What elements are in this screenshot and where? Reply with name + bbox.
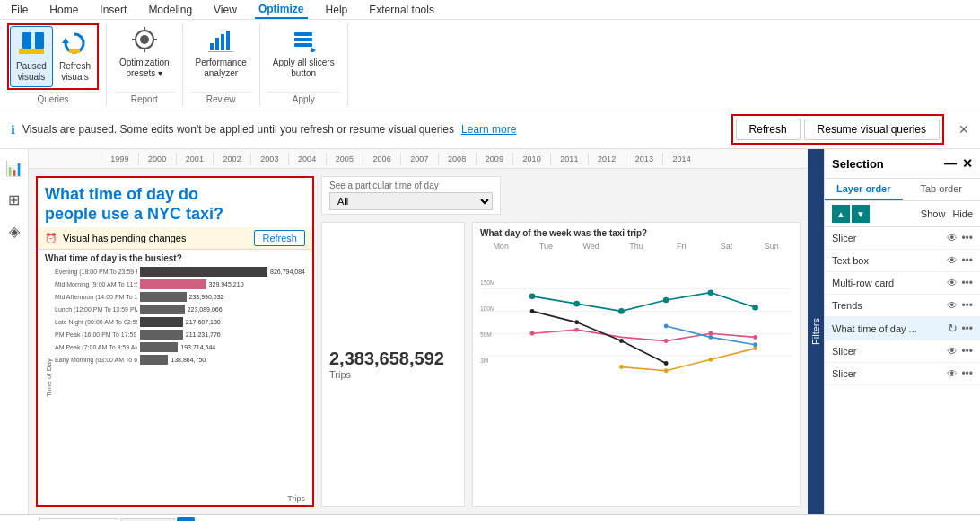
selection-item-6: Slicer 👁 ••• bbox=[825, 363, 980, 385]
svg-point-6 bbox=[140, 35, 149, 44]
selection-close-icon[interactable]: ✕ bbox=[962, 156, 973, 171]
menu-view[interactable]: View bbox=[210, 2, 241, 18]
bottom-tabs-bar: ◀ ▶ Time of Day Page 1 + bbox=[0, 514, 980, 521]
sel-item-4-refresh-icon[interactable]: ↻ bbox=[948, 322, 958, 335]
menu-external-tools[interactable]: External tools bbox=[365, 2, 438, 18]
timeline-2002: 2002 bbox=[213, 153, 250, 165]
timeline-2010: 2010 bbox=[512, 153, 550, 165]
notification-close-button[interactable]: ✕ bbox=[958, 122, 969, 137]
sel-item-3-eye-icon[interactable]: 👁 bbox=[947, 299, 958, 312]
timeline-2007: 2007 bbox=[400, 153, 438, 165]
svg-point-44 bbox=[664, 368, 669, 373]
svg-rect-17 bbox=[294, 38, 312, 41]
svg-text:100M: 100M bbox=[480, 305, 495, 312]
day-chart-title: What day of the week was the taxi trip? bbox=[480, 228, 792, 238]
timeline-2009: 2009 bbox=[476, 153, 513, 165]
slicer-select[interactable]: All bbox=[329, 192, 493, 210]
sidebar-table-icon[interactable]: ⊞ bbox=[4, 188, 23, 212]
sel-item-0-label: Slicer bbox=[832, 233, 943, 243]
svg-marker-19 bbox=[311, 47, 316, 52]
svg-point-41 bbox=[619, 339, 624, 343]
selection-item-0: Slicer 👁 ••• bbox=[825, 227, 980, 250]
bar-row: PM Peak (16:00 PM To 17:59 PM)211,231,77… bbox=[55, 330, 305, 340]
menu-insert[interactable]: Insert bbox=[96, 2, 130, 18]
bar-chart: Evening (18:00 PM To 23:59 PM)826,794,08… bbox=[55, 267, 305, 489]
sel-item-1-more-icon[interactable]: ••• bbox=[961, 254, 973, 267]
menu-optimize[interactable]: Optimize bbox=[255, 1, 308, 19]
main-visual-card: What time of day do people use a NYC tax… bbox=[36, 176, 314, 507]
sel-item-1-label: Text box bbox=[832, 255, 943, 266]
menu-modeling[interactable]: Modeling bbox=[144, 2, 196, 18]
notification-bar: ℹ Visuals are paused. Some edits won't b… bbox=[0, 110, 980, 149]
sel-item-0-more-icon[interactable]: ••• bbox=[961, 232, 973, 244]
bar-value: 217,687,130 bbox=[186, 319, 221, 325]
sel-item-2-label: Multi-row card bbox=[832, 278, 943, 288]
notification-refresh-button[interactable]: Refresh bbox=[736, 119, 801, 140]
timeline-2013: 2013 bbox=[626, 153, 663, 165]
sel-item-0-eye-icon[interactable]: 👁 bbox=[947, 232, 958, 244]
sel-item-6-eye-icon[interactable]: 👁 bbox=[947, 367, 958, 380]
hide-all-button[interactable]: Hide bbox=[952, 208, 973, 219]
pause-icon bbox=[19, 31, 44, 59]
arrow-down-button[interactable]: ▼ bbox=[852, 205, 870, 223]
performance-analyzer-button[interactable]: Performanceanalyzer bbox=[190, 23, 252, 83]
sel-item-6-more-icon[interactable]: ••• bbox=[961, 367, 973, 380]
notification-resume-button[interactable]: Resume visual queries bbox=[804, 119, 940, 140]
pending-refresh-button[interactable]: Refresh bbox=[254, 230, 305, 246]
paused-visuals-label: Pausedvisuals bbox=[16, 61, 47, 83]
sel-item-2-eye-icon[interactable]: 👁 bbox=[947, 277, 958, 289]
show-hide-controls: Show Hide bbox=[921, 208, 973, 219]
info-icon: ℹ bbox=[11, 123, 15, 137]
pending-changes-bar: ⏰ Visual has pending changes Refresh bbox=[38, 227, 312, 250]
optimization-presets-button[interactable]: Optimizationpresets ▾ bbox=[114, 23, 175, 83]
sidebar-model-icon[interactable]: ◈ bbox=[5, 219, 23, 243]
menu-help[interactable]: Help bbox=[322, 2, 352, 18]
svg-text:3M: 3M bbox=[480, 358, 488, 364]
svg-point-33 bbox=[752, 305, 758, 311]
add-page-button[interactable]: + bbox=[177, 517, 195, 522]
sel-item-4-more-icon[interactable]: ••• bbox=[961, 322, 973, 335]
timeline: 1999 2000 2001 2002 2003 2004 2005 2006 … bbox=[29, 149, 808, 169]
day-thu: Thu bbox=[616, 242, 657, 251]
apply-slicers-label: Apply all slicersbutton bbox=[273, 57, 335, 79]
svg-point-35 bbox=[574, 328, 579, 332]
svg-point-34 bbox=[530, 331, 535, 336]
selection-minimize-icon[interactable]: — bbox=[944, 156, 957, 171]
sel-item-5-more-icon[interactable]: ••• bbox=[961, 345, 973, 358]
bar-row: Late Night (00:00 AM To 02:59 AM)217,687… bbox=[55, 317, 305, 327]
sidebar-chart-icon[interactable]: 📊 bbox=[2, 156, 27, 181]
visual-main-title: What time of day do people use a NYC tax… bbox=[45, 185, 305, 224]
arrow-up-button[interactable]: ▲ bbox=[832, 205, 850, 223]
tab-tab-order[interactable]: Tab order bbox=[903, 179, 981, 200]
sel-item-1-eye-icon[interactable]: 👁 bbox=[947, 254, 958, 267]
bar-label: Mid Morning (9:00 AM To 11:59 AM) bbox=[55, 281, 137, 288]
apply-slicers-icon bbox=[291, 27, 316, 56]
day-sat: Sat bbox=[705, 242, 747, 251]
bar-label: Mid Afternoon (14:00 PM To 15:59 PM) bbox=[55, 294, 137, 301]
svg-text:50M: 50M bbox=[480, 331, 492, 338]
sel-item-3-more-icon[interactable]: ••• bbox=[961, 299, 973, 312]
filters-tab[interactable]: Filters bbox=[808, 149, 824, 514]
show-all-button[interactable]: Show bbox=[921, 208, 946, 219]
sel-item-2-more-icon[interactable]: ••• bbox=[961, 277, 973, 289]
ribbon-group-apply: Apply all slicersbutton Apply bbox=[260, 23, 348, 106]
svg-text:150M: 150M bbox=[480, 279, 495, 286]
refresh-visuals-button[interactable]: Refreshvisuals bbox=[54, 26, 96, 87]
svg-rect-0 bbox=[22, 32, 31, 49]
svg-rect-11 bbox=[210, 43, 214, 50]
svg-rect-18 bbox=[294, 43, 312, 47]
svg-rect-14 bbox=[226, 31, 230, 50]
paused-visuals-button[interactable]: Pausedvisuals bbox=[10, 26, 53, 87]
tab-layer-order[interactable]: Layer order bbox=[825, 179, 903, 200]
apply-all-slicers-button[interactable]: Apply all slicersbutton bbox=[267, 23, 340, 83]
svg-rect-1 bbox=[35, 32, 44, 49]
sel-item-5-eye-icon[interactable]: 👁 bbox=[947, 345, 958, 358]
menu-home[interactable]: Home bbox=[46, 2, 82, 18]
pending-message: Visual has pending changes bbox=[63, 233, 186, 243]
menu-file[interactable]: File bbox=[7, 2, 31, 18]
busiest-label: What time of day is the busiest? bbox=[38, 250, 312, 267]
timeline-2008: 2008 bbox=[438, 153, 476, 165]
bar-fill bbox=[140, 305, 185, 314]
learn-more-link[interactable]: Learn more bbox=[461, 123, 516, 136]
timeline-2003: 2003 bbox=[250, 153, 288, 165]
